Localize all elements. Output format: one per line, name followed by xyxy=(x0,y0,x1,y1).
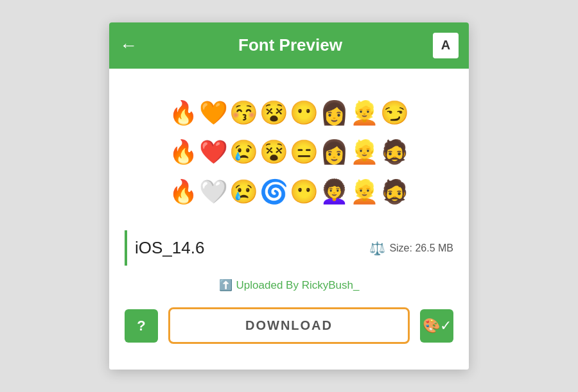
emoji-preview: 🔥 🧡 😚 😵 😶 👩 👱 😏 🔥 ❤️ 😢 😵 😑 👩 👱 🧔 xyxy=(125,94,453,210)
font-toggle-button[interactable]: A xyxy=(433,33,459,58)
emoji-row-1: 🔥 🧡 😚 😵 😶 👩 👱 😏 xyxy=(169,94,409,132)
main-content: 🔥 🧡 😚 😵 😶 👩 👱 😏 🔥 ❤️ 😢 😵 😑 👩 👱 🧔 xyxy=(109,69,469,370)
back-button[interactable]: ← xyxy=(119,37,137,55)
upload-icon: ⬆️ xyxy=(219,278,232,292)
download-row: ? DOWNLOAD 🎨✓ xyxy=(125,307,453,354)
font-info-row: iOS_14.6 ⚖️ Size: 26.5 MB xyxy=(125,230,453,266)
emoji-row-3: 🔥 🤍 😢 🌀 😶 👩‍🦱 👱 🧔 xyxy=(169,173,409,210)
scale-icon: ⚖️ xyxy=(369,241,385,256)
app-header: ← Font Preview A xyxy=(109,22,469,69)
page-title: Font Preview xyxy=(148,35,433,55)
download-button[interactable]: DOWNLOAD xyxy=(168,307,410,344)
palette-button[interactable]: 🎨✓ xyxy=(420,309,453,343)
uploaded-by-label: ⬆️ Uploaded By RickyBush_ xyxy=(125,278,453,292)
uploader-text: Uploaded By RickyBush_ xyxy=(236,279,360,292)
font-name-label: iOS_14.6 xyxy=(135,238,204,258)
emoji-row-2: 🔥 ❤️ 😢 😵 😑 👩 👱 🧔 xyxy=(169,133,409,171)
help-button[interactable]: ? xyxy=(125,309,158,343)
font-size-info: ⚖️ Size: 26.5 MB xyxy=(369,241,453,256)
phone-frame: ← Font Preview A 🔥 🧡 😚 😵 😶 👩 👱 😏 🔥 ❤️ 😢 … xyxy=(109,22,469,370)
font-size-text: Size: 26.5 MB xyxy=(389,243,453,254)
